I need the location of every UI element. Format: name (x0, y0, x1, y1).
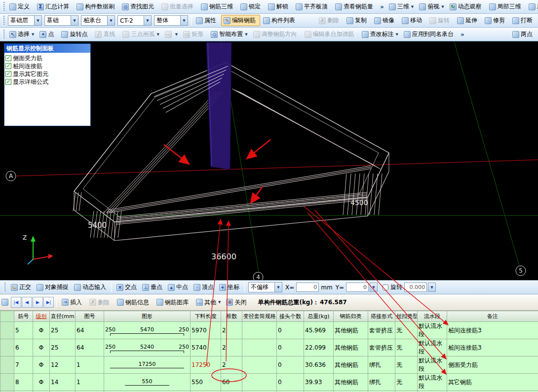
cell-level[interactable]: Φ (33, 339, 50, 356)
toolbar-button[interactable]: 对象捕捉 (34, 282, 71, 293)
toolbar-button[interactable]: 删除 (316, 15, 344, 26)
checkbox-icon[interactable]: ✓ (5, 71, 11, 77)
column-header[interactable]: 级别 (33, 311, 50, 322)
record-nav-button[interactable]: ▶ (33, 297, 43, 308)
table-row[interactable]: 8 Φ 14 1 550 550 (0, 374, 538, 391)
toolbar-button[interactable]: 坐标 (217, 282, 242, 293)
chevron-down-icon[interactable]: ▼ (274, 283, 282, 292)
cell-thread-type[interactable]: 无 (395, 374, 418, 391)
chevron-down-icon[interactable]: ▼ (34, 16, 41, 25)
toolbar-grip[interactable] (2, 30, 5, 39)
toolbar-button[interactable]: 延伸 (455, 15, 482, 26)
chevron-down-icon[interactable]: ▼ (71, 16, 78, 25)
cell-sleeve-spec[interactable] (242, 356, 277, 374)
column-header[interactable]: 根数 (221, 311, 242, 322)
combo-box[interactable]: 基础 ▼ (44, 15, 78, 26)
toolbar-button[interactable]: 构件数据刷 (74, 1, 119, 12)
column-header[interactable]: 备注 (447, 311, 538, 322)
toolbar-button[interactable]: 钢筋图库 (154, 297, 193, 308)
cell-quantity[interactable]: 2 (221, 339, 242, 356)
toolbar-button[interactable]: 三点画弧 ▼ (120, 29, 161, 40)
combo-box[interactable]: 整体 ▼ (154, 15, 188, 26)
toolbar-button[interactable]: 动态输入 (72, 282, 109, 293)
cell-lap-type[interactable]: 套管挤压 (368, 339, 395, 356)
cell-diameter[interactable]: 25 (50, 339, 76, 356)
toolbar-grip[interactable] (2, 2, 5, 12)
cell-shape[interactable]: 250 5470 250 (104, 322, 191, 339)
cell-sleeve-spec[interactable] (242, 374, 277, 391)
cell-cut-length[interactable]: 550 (191, 374, 221, 391)
table-row[interactable]: 5 Φ 25 64 250 5470 250 5970 (0, 322, 538, 339)
toolbar-button[interactable]: 两点 (510, 29, 537, 40)
toolbar-button[interactable]: 移动 (399, 15, 426, 26)
cell-joint-count[interactable]: 0 (277, 322, 304, 339)
column-header[interactable]: 接头个数 (277, 311, 304, 322)
cell-weight[interactable]: 39.93 (304, 374, 334, 391)
cell-cut-length[interactable]: 17250 (191, 356, 221, 374)
toolbar-button[interactable]: 动态观察 (447, 1, 486, 12)
cell-remark[interactable]: 桩间连接筋3 (447, 322, 538, 339)
cell-sleeve-spec[interactable] (242, 322, 277, 339)
3d-viewport[interactable]: Z A 4 5 5400 4500 36600 钢筋显示控制面板 ✓ 侧面受力筋… (0, 41, 538, 280)
toolbar-button[interactable]: 旋转 (427, 15, 454, 26)
cell-flow-section[interactable]: 默认流水段 (418, 322, 447, 339)
cell-weight[interactable]: 30.636 (304, 356, 334, 374)
cell-category[interactable]: 其他钢筋 (334, 374, 368, 391)
cell-remark[interactable]: 桩间连接筋3 (447, 339, 538, 356)
cell-category[interactable]: 其他钢筋 (334, 339, 368, 356)
cell-quantity[interactable]: 2 (221, 322, 242, 339)
row-selector[interactable] (0, 356, 14, 374)
cell-joint-count[interactable]: 0 (277, 356, 304, 374)
cell-level[interactable]: Φ (33, 374, 50, 391)
toolbar-button[interactable]: 汇总计算 (35, 1, 74, 12)
cell-remark[interactable]: 其它钢筋 (447, 374, 538, 391)
cell-weight[interactable]: 45.969 (304, 322, 334, 339)
cell-category[interactable]: 其他钢筋 (334, 322, 368, 339)
display-option[interactable]: ✓ 显示详细公式 (5, 78, 89, 86)
toolbar-button[interactable]: 查看钢筋量 (333, 1, 378, 12)
cell-remark[interactable]: 侧面受力筋 (447, 356, 538, 374)
record-nav-button[interactable]: ▶| (43, 297, 54, 308)
toolbar-button[interactable]: 关闭 (224, 297, 251, 308)
record-nav-button[interactable]: ◀ (22, 297, 32, 308)
toolbar-overflow-chevron[interactable]: » (459, 31, 466, 38)
toolbar-button[interactable]: 正交 (8, 282, 34, 293)
cell-no[interactable]: 7 (14, 356, 33, 374)
cell-sleeve-spec[interactable] (242, 339, 277, 356)
toolbar-button[interactable]: 编辑钢筋 (221, 15, 260, 26)
column-header[interactable]: 钢筋归类 (334, 311, 368, 322)
combo-box[interactable]: 基础层 ▼ (8, 15, 42, 26)
toolbar-button[interactable]: 三维 ▼ (386, 1, 416, 12)
row-selector[interactable] (0, 322, 14, 339)
toolbar-button[interactable]: 镜像 (372, 15, 399, 26)
toolbar-button[interactable]: 直线 (92, 29, 119, 40)
table-row[interactable]: 6 Φ 25 64 250 5240 250 5740 (0, 339, 538, 356)
rebar-display-panel-title[interactable]: 钢筋显示控制面板 (4, 44, 90, 53)
toolbar-button[interactable]: 平齐板顶 (293, 1, 332, 12)
toolbar-button[interactable]: 旋转点 (59, 29, 92, 40)
cell-shape[interactable]: 17250 (104, 356, 191, 374)
cell-joint-count[interactable]: 0 (277, 374, 304, 391)
toolbar-button[interactable]: 调整钢筋方向 (251, 29, 302, 40)
toolbar-button[interactable]: 插入 (59, 297, 86, 308)
toolbar-button[interactable]: 构件列表 (261, 15, 300, 26)
y-input[interactable] (346, 283, 369, 292)
column-header[interactable]: 搭接形式 (368, 311, 395, 322)
toolbar-button[interactable]: 钢筋信息 (115, 297, 154, 308)
toolbar-button[interactable]: 定义 (7, 1, 34, 12)
row-selector[interactable] (0, 339, 14, 356)
rebar-table[interactable]: 筋号 级别 直径(mm) 图号 图形 下料长度 (0, 311, 538, 392)
cell-shape[interactable]: 250 5240 250 (104, 339, 191, 356)
display-option[interactable]: ✓ 显示其它图元 (5, 70, 89, 78)
column-header[interactable]: 筋号 (14, 311, 33, 322)
cell-diameter[interactable]: 12 (50, 356, 76, 374)
cell-flow-section[interactable]: 默认流水段 (418, 339, 447, 356)
toolbar-button[interactable]: 屏幕 (526, 1, 538, 12)
toolbar-button[interactable]: 局部三维 (487, 1, 526, 12)
chevron-down-icon[interactable]: ▼ (107, 16, 115, 25)
cell-lap-type[interactable]: 套管挤压 (368, 322, 395, 339)
column-header[interactable]: 图形 (104, 311, 191, 322)
cell-figure-no[interactable]: 1 (76, 356, 104, 374)
column-header[interactable]: 下料长度 (191, 311, 221, 322)
toolbar-grip[interactable] (2, 16, 5, 26)
